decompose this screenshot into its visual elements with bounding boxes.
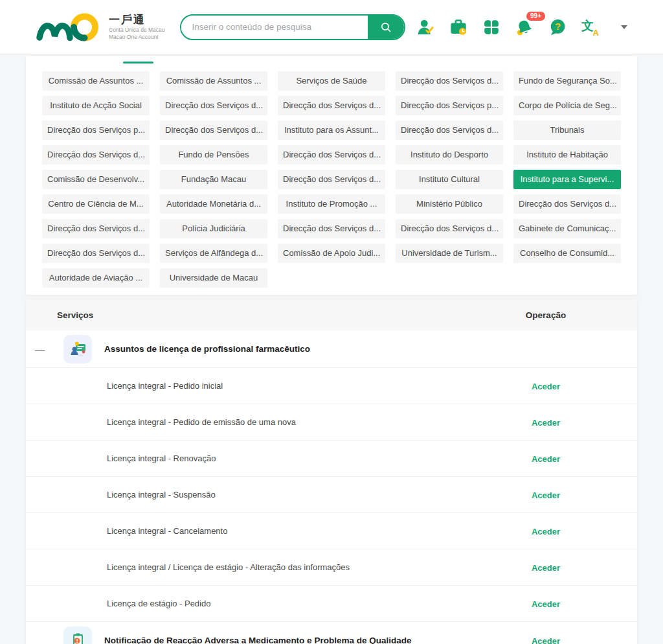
service-label: Licença integral / Licença de estágio - … xyxy=(26,562,504,572)
search-bar xyxy=(180,14,405,40)
department-button[interactable]: Autoridade Monetária d... xyxy=(160,194,267,214)
group-title: Notificação de Reacção Adversa a Medicam… xyxy=(104,636,504,644)
department-button[interactable]: Comissão de Assuntos ... xyxy=(42,71,150,91)
service-label: Licença integral - Pedido inicial xyxy=(26,381,504,391)
user-icon xyxy=(416,18,434,36)
department-button[interactable]: Serviços de Saúde xyxy=(278,71,385,91)
department-button[interactable]: Fundo de Segurança So... xyxy=(513,71,621,91)
department-button[interactable]: Instituto de Acção Social xyxy=(42,96,150,115)
department-button[interactable]: Direcção dos Serviços d... xyxy=(42,145,150,165)
department-button[interactable]: Serviços de Alfândega d... xyxy=(160,244,267,263)
logo-subtitle-en: Macao One Account xyxy=(109,34,164,41)
menu-dropdown-button[interactable] xyxy=(614,17,633,37)
service-label: Licença integral - Pedido de emissão de … xyxy=(26,417,504,427)
department-button[interactable]: Universidade de Macau xyxy=(160,268,267,288)
help-button[interactable]: ? xyxy=(548,17,567,37)
department-button[interactable]: Instituto de Habitação xyxy=(513,145,621,165)
department-button[interactable]: Comissão de Assuntos ... xyxy=(160,71,267,91)
pharmacist-license-icon xyxy=(63,335,92,363)
app-header: 一戶通 Conta Única de Macau Macao One Accou… xyxy=(0,0,663,54)
department-button[interactable]: Direcção dos Serviços d... xyxy=(396,121,503,140)
department-button[interactable]: Direcção dos Serviços d... xyxy=(160,96,267,115)
service-row: Licença integral - Renovação Aceder xyxy=(26,441,637,477)
department-button[interactable]: Instituto Cultural xyxy=(396,170,503,189)
mo-logo-icon xyxy=(35,8,102,46)
apps-grid-icon xyxy=(483,19,500,36)
department-button[interactable]: Gabinete de Comunicaç... xyxy=(513,219,621,238)
access-link[interactable]: Aceder xyxy=(532,563,560,573)
svg-text:?: ? xyxy=(555,21,561,32)
department-button[interactable]: Comissão de Desenvolv... xyxy=(42,170,150,189)
service-row: Licença integral - Suspensão Aceder xyxy=(26,477,637,513)
service-label: Licença integral - Cancelamento xyxy=(26,526,504,536)
briefcase-icon xyxy=(449,18,467,36)
access-link[interactable]: Aceder xyxy=(532,418,560,428)
department-button[interactable]: Ministério Público xyxy=(396,194,503,214)
department-button[interactable]: Fundação Macau xyxy=(160,170,267,189)
department-button[interactable]: Autoridade de Aviação ... xyxy=(42,268,150,288)
access-link[interactable]: Aceder xyxy=(532,490,560,500)
service-row: Licença integral - Cancelamento Aceder xyxy=(26,513,637,549)
access-link[interactable]: Aceder xyxy=(532,527,560,536)
translate-icon: 文 A xyxy=(581,17,600,37)
department-button[interactable]: Comissão de Apoio Judi... xyxy=(278,244,385,263)
access-link[interactable]: Aceder xyxy=(532,636,560,644)
department-button[interactable]: Direcção dos Serviços d... xyxy=(278,96,385,115)
department-button[interactable]: Direcção dos Serviços d... xyxy=(513,194,621,214)
department-button[interactable]: Direcção dos Serviços d... xyxy=(42,244,150,263)
service-row: Licença de estágio - Pedido Aceder xyxy=(26,586,637,622)
column-header-services: Serviços xyxy=(26,310,504,320)
active-tab-indicator xyxy=(123,62,153,63)
bell-icon xyxy=(515,18,534,36)
department-button[interactable]: Instituto para os Assunt... xyxy=(278,121,385,140)
account-button[interactable] xyxy=(416,17,435,37)
department-button[interactable]: Direcção dos Serviços d... xyxy=(396,71,503,91)
department-button[interactable]: Corpo de Polícia de Seg... xyxy=(513,96,621,115)
department-button[interactable]: Conselho de Consumid... xyxy=(513,244,621,263)
department-button[interactable]: Tribunais xyxy=(513,121,621,140)
language-button[interactable]: 文 A xyxy=(581,17,600,37)
apps-grid-button[interactable] xyxy=(482,17,501,37)
search-input[interactable] xyxy=(181,22,368,32)
work-services-button[interactable] xyxy=(449,17,468,37)
collapse-toggle[interactable]: — xyxy=(35,343,49,354)
department-button[interactable]: Direcção dos Serviços d... xyxy=(278,219,385,238)
department-grid: Comissão de Assuntos ...Comissão de Assu… xyxy=(26,56,637,288)
logo-title-zh: 一戶通 xyxy=(109,13,164,27)
department-button[interactable]: Polícia Judiciária xyxy=(160,219,267,238)
department-button[interactable]: Instituto de Promoção ... xyxy=(278,194,385,214)
help-icon: ? xyxy=(548,18,567,36)
services-table: Serviços Operação — xyxy=(26,299,637,644)
header-icon-nav: 99+ ? 文 A xyxy=(416,17,633,37)
service-group-row: — Assuntos de licença de profiss xyxy=(26,330,637,368)
service-row: Licença integral - Pedido inicial Aceder xyxy=(26,368,637,404)
access-link[interactable]: Aceder xyxy=(532,382,560,391)
search-button[interactable] xyxy=(368,14,404,40)
service-label: Licença integral - Renovação xyxy=(26,454,504,463)
department-button[interactable]: Universidade de Turism... xyxy=(396,244,503,263)
logo-subtitle-pt: Conta Única de Macau xyxy=(109,27,164,34)
access-link[interactable]: Aceder xyxy=(532,454,560,464)
department-button[interactable]: Direcção dos Serviços p... xyxy=(396,96,503,115)
department-filter-card: Comissão de Assuntos ...Comissão de Assu… xyxy=(26,56,637,295)
department-button[interactable]: Centro de Ciência de M... xyxy=(42,194,150,214)
search-icon xyxy=(379,21,392,34)
department-button[interactable]: Direcção dos Serviços d... xyxy=(278,170,385,189)
department-button[interactable]: Direcção dos Serviços d... xyxy=(42,219,150,238)
column-header-operation: Operação xyxy=(504,310,588,320)
service-label: Licença de estágio - Pedido xyxy=(26,599,504,608)
department-button[interactable]: Fundo de Pensões xyxy=(160,145,267,165)
logo[interactable]: 一戶通 Conta Única de Macau Macao One Accou… xyxy=(35,8,164,46)
department-button[interactable]: Direcção dos Serviços d... xyxy=(278,145,385,165)
department-button[interactable]: Direcção dos Serviços d... xyxy=(160,121,267,140)
department-button[interactable]: Direcção dos Serviços d... xyxy=(396,219,503,238)
service-label: Licença integral - Suspensão xyxy=(26,490,504,500)
department-button[interactable]: Direcção dos Serviços p... xyxy=(42,121,150,140)
service-row: Licença integral - Pedido de emissão de … xyxy=(26,404,637,441)
chevron-down-icon xyxy=(621,25,627,29)
department-button[interactable]: Instituto para a Supervi... xyxy=(513,170,621,189)
services-rows: — Assuntos de licença de profiss xyxy=(26,330,637,644)
access-link[interactable]: Aceder xyxy=(532,599,560,609)
notifications-button[interactable]: 99+ xyxy=(515,17,534,37)
department-button[interactable]: Instituto do Desporto xyxy=(396,145,503,165)
